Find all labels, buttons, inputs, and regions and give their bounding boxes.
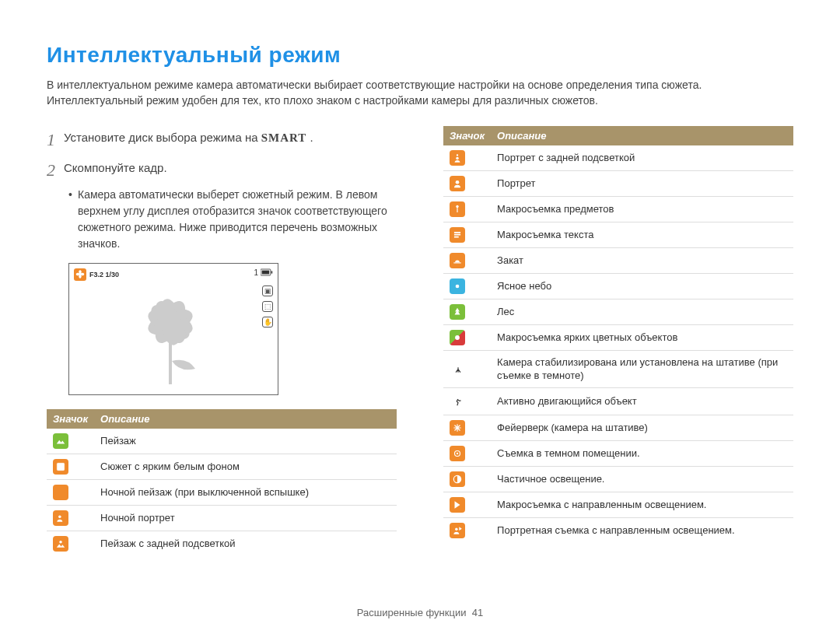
svg-rect-18 bbox=[457, 365, 460, 367]
desc-cell: Портрет с задней подсветкой bbox=[491, 145, 793, 171]
desc-cell: Ясное небо bbox=[491, 273, 793, 299]
action-icon bbox=[450, 393, 467, 410]
display-side-icons: ▣ ⬚ ✋ bbox=[262, 285, 273, 328]
table-row: Макросъемка с направленным освещением. bbox=[443, 492, 793, 517]
svg-point-15 bbox=[456, 180, 460, 184]
icon-table-right: Значок Описание Портрет с задней подсвет… bbox=[443, 126, 793, 543]
macro-icon bbox=[74, 268, 86, 281]
left-table-body: ПейзажСюжет с ярким белым фономНочной пе… bbox=[47, 429, 397, 556]
table-row: Фейерверк (камера на штативе) bbox=[443, 415, 793, 440]
icon-cell bbox=[443, 145, 491, 171]
svg-point-21 bbox=[457, 453, 458, 454]
svg-point-19 bbox=[458, 397, 460, 398]
desc-cell: Макросъемка предметов bbox=[491, 196, 793, 222]
smart-label: SMART bbox=[261, 131, 307, 144]
fireworks-icon bbox=[450, 420, 465, 436]
icon-cell bbox=[443, 196, 491, 222]
th-icon: Значок bbox=[443, 126, 491, 145]
table-row: Портретная съемка с направленным освещен… bbox=[443, 517, 793, 543]
icon-cell bbox=[443, 350, 491, 387]
step-number: 2 bbox=[47, 156, 64, 184]
step-1-pre: Установите диск выбора режима на bbox=[64, 131, 261, 144]
icon-cell bbox=[443, 273, 491, 299]
sunset-icon bbox=[450, 253, 465, 268]
display-top-right: 1 bbox=[254, 268, 273, 277]
svg-point-12 bbox=[59, 541, 62, 544]
macro-spot-icon bbox=[450, 497, 465, 513]
flower-icon bbox=[75, 269, 86, 280]
icon-cell bbox=[47, 454, 94, 479]
table-row: Макросъемка предметов bbox=[443, 196, 793, 222]
svg-rect-9 bbox=[169, 330, 172, 384]
svg-rect-2 bbox=[271, 271, 273, 274]
table-row: Сюжет с ярким белым фоном bbox=[47, 454, 397, 479]
th-icon: Значок bbox=[47, 409, 94, 429]
night-icon bbox=[53, 485, 68, 500]
step-1-text: Установите диск выбора режима на SMART . bbox=[64, 126, 397, 153]
th-desc: Описание bbox=[491, 126, 793, 145]
th-desc: Описание bbox=[94, 409, 397, 429]
table-row: Активно двигающийся объект bbox=[443, 387, 793, 415]
macro-text-icon bbox=[450, 227, 465, 243]
content-columns: 1 Установите диск выбора режима на SMART… bbox=[47, 126, 793, 556]
svg-rect-10 bbox=[57, 463, 64, 470]
partial-light-icon bbox=[450, 471, 465, 487]
macro-color-icon bbox=[450, 330, 465, 345]
icon-cell bbox=[443, 415, 491, 440]
icon-cell bbox=[443, 324, 491, 350]
portrait-spot-icon bbox=[450, 523, 465, 538]
table-row: Частичное освещение. bbox=[443, 466, 793, 492]
stabilization-icon: ✋ bbox=[262, 317, 273, 328]
manual-page: Интеллектуальный режим В интеллектуально… bbox=[0, 0, 840, 634]
desc-cell: Лес bbox=[491, 299, 793, 324]
display-top-left: F3.2 1/30 bbox=[74, 268, 119, 281]
table-row: Портрет bbox=[443, 170, 793, 196]
table-row: Пейзаж с задней подсветкой bbox=[47, 531, 397, 556]
svg-point-14 bbox=[456, 156, 459, 159]
page-title: Интеллектуальный режим bbox=[47, 43, 793, 68]
icon-cell bbox=[443, 247, 491, 273]
svg-point-17 bbox=[455, 335, 460, 340]
step-2-sub: Камера автоматически выберет сюжетный ре… bbox=[47, 187, 397, 252]
desc-cell: Камера стабилизирована или установлена н… bbox=[491, 350, 793, 387]
landscape-icon bbox=[53, 433, 68, 449]
flower-silhouette bbox=[116, 287, 225, 388]
desc-cell: Портретная съемка с направленным освещен… bbox=[491, 517, 793, 543]
desc-cell: Макросъемка текста bbox=[491, 222, 793, 247]
night-portrait-icon bbox=[53, 510, 68, 526]
display-exposure: F3.2 1/30 bbox=[89, 271, 119, 278]
table-row: Пейзаж bbox=[47, 429, 397, 454]
footer-text: Расширенные функции bbox=[357, 607, 467, 618]
svg-point-13 bbox=[457, 154, 458, 156]
portrait-icon bbox=[450, 176, 465, 191]
backlight-port-icon bbox=[450, 150, 465, 166]
table-row: Съемка в темном помещении. bbox=[443, 440, 793, 466]
icon-cell bbox=[443, 387, 491, 415]
icon-cell bbox=[47, 531, 94, 556]
icon-cell bbox=[443, 492, 491, 517]
left-column: 1 Установите диск выбора режима на SMART… bbox=[47, 126, 397, 556]
icon-cell bbox=[443, 440, 491, 466]
step-2-text: Скомпонуйте кадр. bbox=[64, 156, 397, 184]
table-row: Камера стабилизирована или установлена н… bbox=[443, 350, 793, 387]
table-row: Закат bbox=[443, 247, 793, 273]
white-bg-icon bbox=[53, 459, 68, 475]
icon-cell bbox=[47, 429, 94, 454]
indicator-icon: ▣ bbox=[262, 285, 273, 296]
resolution-icon: ⬚ bbox=[262, 301, 273, 312]
icon-cell bbox=[443, 466, 491, 492]
desc-cell: Фейерверк (камера на штативе) bbox=[491, 415, 793, 440]
desc-cell: Макросъемка ярких цветных объектов bbox=[491, 324, 793, 350]
desc-cell: Частичное освещение. bbox=[491, 466, 793, 492]
desc-cell: Пейзаж с задней подсветкой bbox=[94, 531, 397, 556]
intro-text: В интеллектуальном режиме камера автомат… bbox=[47, 77, 793, 109]
display-count: 1 bbox=[254, 268, 258, 277]
table-row: Лес bbox=[443, 299, 793, 324]
icon-table-left: Значок Описание ПейзажСюжет с ярким белы… bbox=[47, 409, 397, 556]
dark-room-icon bbox=[450, 446, 465, 461]
desc-cell: Активно двигающийся объект bbox=[491, 387, 793, 415]
desc-cell: Макросъемка с направленным освещением. bbox=[491, 492, 793, 517]
desc-cell: Съемка в темном помещении. bbox=[491, 440, 793, 466]
forest-icon bbox=[450, 304, 465, 320]
right-table-body: Портрет с задней подсветкойПортретМакрос… bbox=[443, 145, 793, 543]
